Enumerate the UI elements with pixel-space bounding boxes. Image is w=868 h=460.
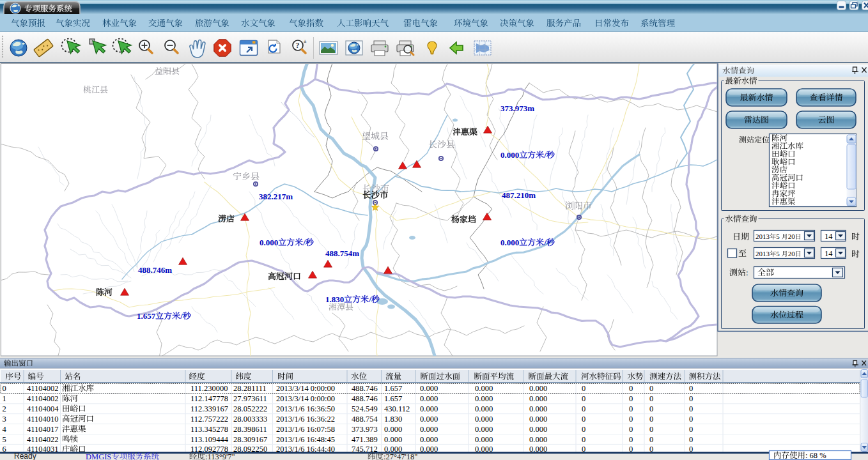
svg-text:5: 5	[776, 250, 780, 257]
svg-text:0.000: 0.000	[475, 404, 493, 413]
svg-text:0: 0	[649, 415, 653, 424]
svg-text:0.000: 0.000	[475, 425, 493, 434]
svg-text:1.657: 1.657	[384, 394, 402, 403]
svg-text:1.830: 1.830	[325, 295, 344, 304]
svg-text:28.281111: 28.281111	[233, 384, 267, 393]
svg-text:488.746: 488.746	[352, 394, 378, 403]
svg-text:2013: 2013	[756, 233, 770, 240]
svg-text:488.746m: 488.746m	[138, 265, 172, 275]
svg-text:0: 0	[582, 425, 585, 434]
svg-text:0.000: 0.000	[420, 435, 438, 444]
svg-text:1.830: 1.830	[384, 415, 402, 424]
svg-text:0: 0	[649, 384, 653, 393]
svg-text:4: 4	[3, 425, 7, 434]
svg-text:27.973611: 27.973611	[233, 394, 267, 403]
svg-text:0: 0	[582, 394, 585, 403]
svg-text:/: /	[543, 238, 546, 247]
svg-text:2013/1/6 16:36:50: 2013/1/6 16:36:50	[276, 404, 335, 413]
svg-text:0: 0	[629, 384, 633, 393]
svg-text:0.000: 0.000	[384, 435, 402, 444]
svg-text:±: ±	[304, 38, 307, 44]
svg-text:0: 0	[582, 384, 585, 393]
svg-text:41104002: 41104002	[27, 384, 59, 393]
svg-text:2013/3/14 0:00:00: 2013/3/14 0:00:00	[276, 394, 335, 403]
svg-text::113°9'7": :113°9'7"	[205, 452, 235, 460]
svg-text:/: /	[368, 295, 371, 304]
svg-text:41104002: 41104002	[27, 394, 59, 403]
svg-text:2: 2	[3, 404, 6, 413]
svg-text:20: 20	[788, 250, 796, 257]
svg-text:0: 0	[629, 415, 633, 424]
svg-text:0: 0	[689, 435, 693, 444]
svg-text:0.000: 0.000	[529, 425, 547, 434]
svg-text:3: 3	[3, 415, 6, 424]
svg-text:14: 14	[825, 232, 833, 241]
svg-text:0.000: 0.000	[529, 394, 547, 403]
svg-text:0.000: 0.000	[475, 394, 493, 403]
svg-text:28.003333: 28.003333	[233, 415, 267, 424]
svg-text:/: /	[302, 238, 306, 247]
svg-text:2013/3/14 0:00:00: 2013/3/14 0:00:00	[276, 384, 335, 393]
svg-text:0.000: 0.000	[420, 425, 438, 434]
svg-text:0.000: 0.000	[529, 415, 547, 424]
svg-text:20: 20	[788, 233, 796, 240]
svg-text:Ready: Ready	[14, 452, 36, 460]
svg-text:2013: 2013	[756, 250, 770, 257]
svg-text:111.230000: 111.230000	[190, 384, 228, 393]
svg-text:0.000: 0.000	[420, 415, 438, 424]
svg-text:0: 0	[582, 415, 585, 424]
svg-text::27°47'18": :27°47'18"	[384, 452, 417, 460]
svg-text:0.000: 0.000	[500, 238, 519, 247]
svg-text:0.000: 0.000	[475, 435, 493, 444]
svg-text:488.754m: 488.754m	[325, 249, 359, 258]
svg-text::: :	[746, 268, 748, 277]
svg-text:0.000: 0.000	[529, 404, 547, 413]
svg-text:0: 0	[689, 415, 693, 424]
svg-text:0.000: 0.000	[420, 404, 438, 413]
svg-text:0.000: 0.000	[260, 238, 278, 247]
svg-text:5: 5	[776, 233, 780, 240]
svg-text:487.210m: 487.210m	[502, 190, 536, 200]
svg-text:0: 0	[649, 435, 653, 444]
svg-text:112.339167: 112.339167	[190, 404, 228, 413]
svg-text:14: 14	[825, 249, 833, 258]
svg-text:112.757222: 112.757222	[190, 415, 228, 424]
svg-text:1.657: 1.657	[384, 384, 402, 393]
svg-text:28.052222: 28.052222	[233, 404, 267, 413]
svg-text:?: ?	[296, 41, 300, 50]
svg-text:0.000: 0.000	[500, 150, 519, 160]
svg-text:0: 0	[3, 384, 6, 393]
svg-text:430.112: 430.112	[384, 404, 410, 413]
svg-text:113.109444: 113.109444	[190, 435, 229, 444]
svg-text:373.973: 373.973	[352, 425, 378, 434]
svg-text:0: 0	[689, 404, 693, 413]
svg-text:/: /	[543, 150, 546, 160]
svg-text:5: 5	[3, 435, 6, 444]
svg-text:DMGIS: DMGIS	[86, 452, 111, 460]
svg-text:2013/1/6 16:07:58: 2013/1/6 16:07:58	[276, 425, 335, 434]
svg-text:0.000: 0.000	[529, 435, 547, 444]
svg-text:: 68 %: : 68 %	[805, 451, 826, 460]
svg-text:0.000: 0.000	[420, 394, 438, 403]
svg-text:0: 0	[629, 435, 633, 444]
svg-text:0: 0	[689, 394, 693, 403]
svg-text:0: 0	[629, 394, 633, 403]
svg-text:0.000: 0.000	[529, 384, 547, 393]
svg-text:0: 0	[649, 404, 653, 413]
svg-text:1.657: 1.657	[137, 311, 156, 321]
svg-text:0.000: 0.000	[475, 384, 493, 393]
svg-text:373.973m: 373.973m	[500, 103, 534, 113]
svg-text:0: 0	[582, 404, 585, 413]
svg-text:488.746: 488.746	[352, 384, 378, 393]
svg-text:0: 0	[689, 425, 693, 434]
svg-text:1: 1	[3, 394, 6, 403]
svg-text:0: 0	[689, 384, 693, 393]
svg-text:0.000: 0.000	[475, 415, 493, 424]
svg-text:0: 0	[629, 425, 633, 434]
svg-text:28.398611: 28.398611	[233, 425, 267, 434]
svg-text:0: 0	[629, 404, 633, 413]
svg-text:0: 0	[582, 435, 585, 444]
svg-text:41104010: 41104010	[27, 415, 59, 424]
svg-text:2013/1/6 16:48:45: 2013/1/6 16:48:45	[276, 435, 335, 444]
svg-text:41104004: 41104004	[27, 404, 59, 413]
